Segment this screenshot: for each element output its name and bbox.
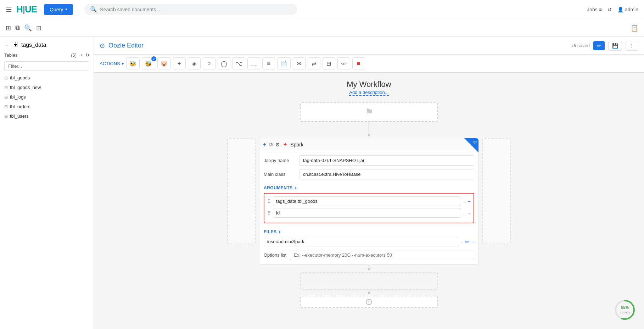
files-label: FILES — [264, 229, 277, 234]
jar-py-name-input[interactable] — [299, 155, 474, 166]
files-add-button[interactable]: + — [278, 229, 281, 235]
main-layout: ← 🗄 tags_data Tables (5) + ↻ ⊞ tbl_goods… — [0, 37, 644, 329]
table-item-tbl-orders[interactable]: ⊞ tbl_orders — [0, 102, 94, 111]
file-edit-button[interactable]: ✏ — [465, 239, 469, 245]
canvas: My Workflow Add a description... ⚑ ▼ — [94, 73, 644, 315]
logo-text: H — [16, 4, 23, 15]
spark-icon: ✦ — [283, 141, 287, 148]
tables-count: (5) — [71, 52, 77, 58]
table-icon[interactable]: ⊟ — [36, 24, 41, 32]
search-input[interactable] — [100, 7, 291, 12]
table-name: tbl_orders — [10, 104, 30, 109]
table-icon: ⊞ — [4, 114, 8, 119]
workflow-description-link[interactable]: Add a description... — [349, 90, 388, 96]
arg-drag-handle-1[interactable]: ⠿ — [267, 199, 271, 204]
action-btn-forkjoin[interactable]: ○ — [203, 57, 215, 69]
spark-corner-gear-icon[interactable]: ⚙ — [473, 140, 477, 145]
add-table-icon[interactable]: + — [80, 52, 83, 58]
action-btn-email[interactable]: ✉ — [293, 57, 306, 69]
arg-row-2: ⠿ .. − — [267, 208, 471, 218]
spark-settings-button[interactable]: ⚙ — [275, 142, 280, 147]
copy-icon[interactable]: ⧉ — [15, 24, 20, 32]
table-item-tbl-users[interactable]: ⊞ tbl_users — [0, 111, 94, 121]
admin-link[interactable]: 👤 admin — [617, 7, 638, 12]
main-class-input[interactable] — [299, 169, 474, 179]
action-btn-stop[interactable]: ■ — [352, 57, 365, 69]
action-btn-hbase[interactable]: ≡ — [262, 57, 275, 69]
end-target-icon: ⊙ — [365, 296, 373, 307]
action-btn-generic[interactable]: </> — [337, 57, 350, 69]
document-icon[interactable]: 📋 — [631, 24, 638, 32]
badge-2: 2 — [151, 56, 156, 61]
hamburger-menu-icon[interactable]: ☰ — [6, 5, 12, 14]
arrow-head-2: ▼ — [367, 267, 371, 272]
table-item-tbl-goods[interactable]: ⊞ tbl_goods — [0, 73, 94, 83]
jobs-link[interactable]: Jobs ≡ — [587, 7, 602, 12]
jobs-icon: ≡ — [599, 7, 602, 12]
refresh-icon[interactable]: ↻ — [85, 52, 89, 58]
sidebar-tables-header: Tables (5) + ↻ — [0, 51, 94, 59]
pre-end-connector-block — [300, 272, 438, 290]
jar-py-name-row: Jar/py name — [264, 155, 474, 166]
action-btn-pig[interactable]: 🐷 — [157, 57, 171, 69]
arg-dots-2[interactable]: .. — [463, 211, 466, 216]
action-btn-subworkflow[interactable]: ⇄ — [308, 57, 320, 69]
query-button[interactable]: Query ▾ — [44, 4, 73, 15]
action-btn-shell[interactable]: _ _ — [247, 57, 260, 69]
table-icon: ⊞ — [4, 104, 8, 109]
arg-drag-handle-2[interactable]: ⠿ — [267, 210, 271, 216]
action-btn-ssh[interactable]: ⌥ — [233, 57, 245, 69]
sidebar-header: ← 🗄 tags_data — [0, 40, 94, 51]
main-content: ⊙ Oozie Editor Unsaved ✏ 💾 ⋮ ACTIONS ▾ 🐝… — [94, 37, 644, 329]
oozie-icon: ⊙ — [100, 42, 105, 50]
arrow-head: ▼ — [367, 133, 371, 138]
oozie-title: Oozie Editor — [108, 42, 144, 49]
filter-input[interactable] — [4, 61, 89, 71]
start-node: ⚑ — [300, 102, 438, 122]
sidebar-back-arrow[interactable]: ← — [4, 42, 10, 48]
options-input[interactable] — [290, 250, 474, 260]
progress-sub: ↑ 0.5K/s — [620, 311, 630, 314]
arg-input-1[interactable] — [273, 196, 461, 206]
sidebar-filter — [4, 61, 89, 71]
action-btn-hive2[interactable]: 🐝2 — [142, 57, 155, 69]
action-btn-join[interactable]: ◯ — [218, 57, 230, 69]
arg-input-2[interactable] — [273, 208, 461, 218]
action-btn-hive[interactable]: 🐝 — [126, 57, 140, 69]
action-btn-fs[interactable]: 📄 — [277, 57, 291, 69]
actions-dropdown[interactable]: ACTIONS ▾ — [100, 61, 124, 66]
start-flag-icon: ⚑ — [365, 106, 374, 118]
top-navigation: ☰ H|UE Query ▾ 🔍 Jobs ≡ ↺ 👤 admin — [0, 0, 644, 19]
table-item-tbl-goods-new[interactable]: ⊞ tbl_goods_new — [0, 83, 94, 92]
end-arrow-connector: ▼ — [300, 265, 438, 272]
arg-remove-1[interactable]: − — [468, 199, 471, 204]
action-btn-distcp[interactable]: ◈ — [188, 57, 201, 69]
file-input-1[interactable] — [264, 237, 458, 246]
file-dots[interactable]: .. — [460, 239, 463, 244]
arg-dots-1[interactable]: .. — [463, 199, 466, 204]
file-remove-button[interactable]: − — [471, 239, 474, 245]
action-btn-sqoop[interactable]: ⊟ — [323, 57, 335, 69]
arg-remove-2[interactable]: − — [468, 210, 471, 216]
arguments-section: ⠿ .. − ⠿ .. − — [264, 193, 474, 223]
action-btn-spark[interactable]: ✦ — [173, 57, 186, 69]
table-icon: ⊞ — [4, 95, 8, 100]
arguments-add-button[interactable]: + — [294, 185, 297, 191]
spark-copy-button[interactable]: ⧉ — [269, 141, 273, 147]
grid-icon[interactable]: ⊞ — [6, 24, 11, 32]
table-item-tbl-logs[interactable]: ⊞ tbl_logs — [0, 92, 94, 102]
zoom-icon[interactable]: 🔍 — [24, 24, 32, 32]
arguments-section-header: ARGUMENTS + — [264, 183, 474, 193]
options-row: Options list — [264, 250, 474, 260]
save-button[interactable]: 💾 — [608, 41, 622, 51]
more-button[interactable]: ⋮ — [626, 41, 638, 51]
table-name: tbl_users — [10, 113, 29, 119]
table-icon: ⊞ — [4, 76, 8, 80]
history-icon[interactable]: ↺ — [607, 7, 612, 12]
start-connector-block: ⚑ ▼ — [300, 102, 438, 138]
table-name: tbl_goods_new — [10, 85, 41, 90]
search-bar: 🔍 — [84, 4, 297, 15]
sidebar-db-icon: 🗄 — [13, 42, 18, 48]
spark-add-button[interactable]: + — [263, 141, 266, 148]
edit-button[interactable]: ✏ — [593, 41, 605, 50]
